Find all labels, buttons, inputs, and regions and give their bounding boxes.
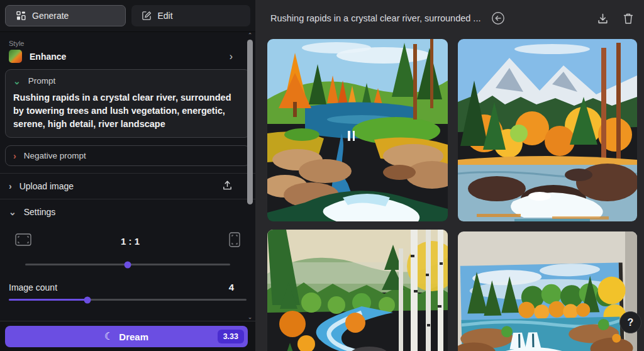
- image-count-slider-thumb[interactable]: [84, 296, 91, 303]
- portrait-frame-icon[interactable]: [229, 232, 240, 250]
- scrollbar-thumb[interactable]: [247, 40, 253, 204]
- landscape-frame-icon[interactable]: [15, 233, 31, 248]
- upload-icon: [222, 180, 233, 192]
- sidebar-scroll-area: Style Enhance › ⌄ Prompt Rushing rapids …: [0, 32, 255, 321]
- scroll-up-icon[interactable]: ⌃: [247, 33, 253, 38]
- result-image-3[interactable]: [267, 230, 448, 351]
- results-title: Rushing rapids in a crystal clear river,…: [270, 13, 480, 23]
- tab-edit-label: Edit: [158, 11, 173, 21]
- result-image-4[interactable]: [458, 231, 637, 351]
- results-panel: Rushing rapids in a crystal clear river,…: [255, 0, 644, 351]
- generate-grid-icon: [16, 11, 26, 21]
- moon-icon: ☾: [104, 332, 113, 342]
- dream-button[interactable]: ☾ Dream 3.33: [5, 326, 248, 347]
- app-window: Generate Edit Style Enhance ›: [0, 0, 644, 351]
- negative-prompt-card[interactable]: › Negative prompt: [5, 145, 250, 166]
- delete-icon[interactable]: [623, 13, 634, 25]
- style-selector[interactable]: Enhance ›: [9, 50, 247, 63]
- negative-prompt-label: Negative prompt: [24, 151, 86, 160]
- scroll-down-icon[interactable]: ⌄: [247, 315, 253, 320]
- result-image-2[interactable]: [458, 39, 637, 221]
- image-count-slider[interactable]: [9, 299, 247, 301]
- chevron-down-icon: ⌄: [9, 208, 16, 216]
- style-value: Enhance: [30, 52, 66, 62]
- prompt-input[interactable]: Rushing rapids in a crystal clear river,…: [13, 91, 242, 131]
- upload-image-row[interactable]: › Upload image: [0, 173, 255, 199]
- mode-tabs: Generate Edit: [0, 0, 255, 32]
- chevron-down-icon: ⌄: [13, 77, 21, 86]
- upload-image-label: Upload image: [19, 181, 74, 191]
- style-thumbnail: [9, 50, 22, 63]
- help-button[interactable]: ?: [619, 311, 641, 333]
- header-actions: [597, 13, 634, 25]
- negative-prompt-header[interactable]: › Negative prompt: [13, 151, 242, 160]
- download-icon[interactable]: [597, 13, 609, 25]
- aspect-ratio-row: 1 : 1: [15, 232, 240, 250]
- chevron-right-icon: ›: [230, 51, 233, 62]
- sidebar-footer: ☾ Dream 3.33: [0, 321, 255, 351]
- chevron-right-icon: ›: [13, 152, 16, 160]
- results-header: Rushing rapids in a crystal clear river,…: [255, 0, 644, 36]
- image-count-value: 4: [229, 282, 234, 292]
- sidebar: Generate Edit Style Enhance ›: [0, 0, 255, 351]
- settings-row[interactable]: ⌄ Settings: [0, 199, 255, 223]
- prompt-header[interactable]: ⌄ Prompt: [13, 76, 242, 86]
- chevron-right-icon: ›: [9, 182, 12, 191]
- prompt-card[interactable]: ⌄ Prompt Rushing rapids in a crystal cle…: [5, 69, 250, 138]
- aspect-ratio-value: 1 : 1: [31, 236, 229, 247]
- dream-button-label: Dream: [119, 332, 148, 342]
- aspect-ratio-slider[interactable]: [25, 264, 230, 265]
- edit-pencil-icon: [142, 11, 152, 21]
- settings-label: Settings: [24, 207, 56, 217]
- sidebar-scrollbar[interactable]: ⌃ ⌄: [247, 32, 253, 321]
- tab-generate-label: Generate: [32, 11, 69, 21]
- style-label: Style: [9, 40, 255, 47]
- image-count-label: Image count: [9, 282, 57, 292]
- tab-generate[interactable]: Generate: [5, 5, 126, 26]
- reuse-prompt-icon[interactable]: [491, 11, 506, 26]
- result-image-1[interactable]: [267, 39, 448, 221]
- tab-edit[interactable]: Edit: [131, 5, 251, 26]
- aspect-slider-thumb[interactable]: [125, 261, 131, 268]
- image-count-row: Image count 4: [9, 282, 247, 292]
- prompt-label: Prompt: [28, 76, 56, 86]
- credits-badge: 3.33: [218, 330, 244, 343]
- image-count-slider-fill: [9, 299, 87, 301]
